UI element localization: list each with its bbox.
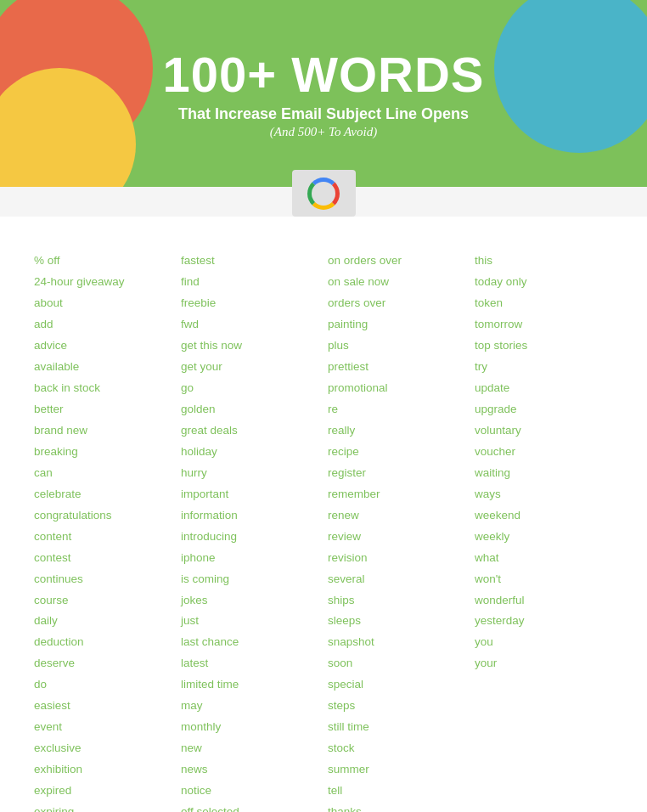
- header-title: 100+ WORDS: [162, 48, 484, 102]
- word-item: jokes: [181, 590, 319, 612]
- word-item: go: [181, 378, 319, 399]
- word-item: this: [475, 251, 613, 272]
- word-item: get this now: [181, 336, 319, 357]
- words-grid: % off24-hour giveawayaboutaddadviceavail…: [34, 251, 613, 812]
- word-item: can: [34, 463, 172, 484]
- word-item: 24-hour giveaway: [34, 272, 172, 293]
- word-item: freebie: [181, 293, 319, 314]
- word-item: congratulations: [34, 505, 172, 527]
- word-item: soon: [328, 653, 466, 674]
- word-item: thanks: [328, 802, 466, 812]
- word-item: tell: [328, 781, 466, 802]
- word-item: recipe: [328, 442, 466, 463]
- word-item: snapshot: [328, 632, 466, 653]
- word-item: your: [475, 653, 613, 674]
- word-item: information: [181, 505, 319, 527]
- word-item: deduction: [34, 632, 172, 653]
- word-item: exclusive: [34, 738, 172, 759]
- word-item: several: [328, 569, 466, 590]
- word-item: event: [34, 717, 172, 738]
- word-item: breaking: [34, 442, 172, 463]
- word-item: yesterday: [475, 611, 613, 632]
- word-item: on sale now: [328, 272, 466, 293]
- word-item: introducing: [181, 527, 319, 548]
- word-item: is coming: [181, 569, 319, 590]
- word-item: iphone: [181, 548, 319, 569]
- word-item: review: [328, 527, 466, 548]
- word-item: you: [475, 632, 613, 653]
- word-item: ships: [328, 590, 466, 612]
- word-item: voucher: [475, 442, 613, 463]
- word-item: update: [475, 378, 613, 399]
- word-item: add: [34, 314, 172, 336]
- header-subtitle2: (And 500+ To Avoid): [162, 125, 484, 139]
- word-item: token: [475, 293, 613, 314]
- word-item: about: [34, 293, 172, 314]
- word-column-1: % off24-hour giveawayaboutaddadviceavail…: [34, 251, 172, 812]
- word-item: just: [181, 611, 319, 632]
- word-item: course: [34, 590, 172, 612]
- header: 100+ WORDS That Increase Email Subject L…: [0, 0, 647, 187]
- word-item: exhibition: [34, 759, 172, 781]
- word-item: hurry: [181, 463, 319, 484]
- word-item: wonderful: [475, 590, 613, 612]
- word-item: sleeps: [328, 611, 466, 632]
- word-item: upgrade: [475, 399, 613, 420]
- word-item: painting: [328, 314, 466, 336]
- word-item: still time: [328, 717, 466, 738]
- word-item: monthly: [181, 717, 319, 738]
- header-subtitle: That Increase Email Subject Line Opens: [162, 105, 484, 123]
- word-item: limited time: [181, 674, 319, 696]
- word-item: celebrate: [34, 484, 172, 505]
- word-item: top stories: [475, 336, 613, 357]
- word-item: weekly: [475, 527, 613, 548]
- word-item: advice: [34, 336, 172, 357]
- word-item: try: [475, 357, 613, 378]
- word-column-4: thistoday onlytokentomorrowtop storiestr…: [475, 251, 613, 812]
- word-item: special: [328, 674, 466, 696]
- word-item: notice: [181, 781, 319, 802]
- word-item: last chance: [181, 632, 319, 653]
- word-item: orders over: [328, 293, 466, 314]
- word-item: may: [181, 696, 319, 717]
- word-item: revision: [328, 548, 466, 569]
- word-item: continues: [34, 569, 172, 590]
- word-item: what: [475, 548, 613, 569]
- word-item: easiest: [34, 696, 172, 717]
- word-item: fwd: [181, 314, 319, 336]
- word-item: register: [328, 463, 466, 484]
- word-item: news: [181, 759, 319, 781]
- word-item: on orders over: [328, 251, 466, 272]
- word-item: back in stock: [34, 378, 172, 399]
- word-list-section: % off24-hour giveawayaboutaddadviceavail…: [0, 217, 647, 812]
- word-item: waiting: [475, 463, 613, 484]
- word-item: expiring: [34, 802, 172, 812]
- word-item: weekend: [475, 505, 613, 527]
- word-item: really: [328, 420, 466, 442]
- google-circle-icon: [307, 178, 340, 210]
- word-item: content: [34, 527, 172, 548]
- word-item: do: [34, 674, 172, 696]
- word-item: % off: [34, 251, 172, 272]
- word-column-3: on orders overon sale noworders overpain…: [328, 251, 466, 812]
- word-item: latest: [181, 653, 319, 674]
- word-item: today only: [475, 272, 613, 293]
- word-item: re: [328, 399, 466, 420]
- word-item: find: [181, 272, 319, 293]
- word-item: daily: [34, 611, 172, 632]
- word-item: stock: [328, 738, 466, 759]
- word-item: fastest: [181, 251, 319, 272]
- word-item: get your: [181, 357, 319, 378]
- word-item: won't: [475, 569, 613, 590]
- word-item: off selected: [181, 802, 319, 812]
- word-item: tomorrow: [475, 314, 613, 336]
- header-text-block: 100+ WORDS That Increase Email Subject L…: [162, 48, 484, 139]
- envelope-icon: [292, 161, 356, 217]
- word-item: remember: [328, 484, 466, 505]
- word-item: plus: [328, 336, 466, 357]
- word-item: renew: [328, 505, 466, 527]
- word-item: summer: [328, 759, 466, 781]
- word-item: ways: [475, 484, 613, 505]
- word-item: brand new: [34, 420, 172, 442]
- word-item: golden: [181, 399, 319, 420]
